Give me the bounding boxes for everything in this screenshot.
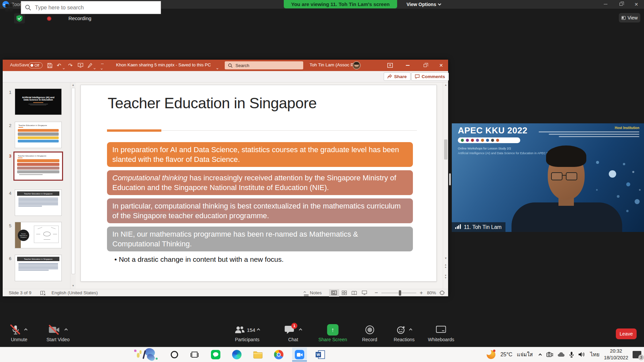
avatar[interactable]	[353, 61, 361, 69]
ink-dropdown-chevron[interactable]	[94, 64, 95, 70]
view-options-button[interactable]: View Options	[407, 0, 441, 8]
reactions-button[interactable]: Reactions	[394, 324, 415, 342]
line-app-icon[interactable]	[211, 350, 221, 360]
ppt-search-box[interactable]: Search	[225, 61, 303, 69]
zoom-level[interactable]: 80%	[427, 290, 436, 295]
scrollbar-thumb[interactable]	[444, 139, 447, 160]
share-screen-button[interactable]: ↑ Share Screen	[318, 324, 347, 342]
weather-desc[interactable]: แจ่มใส	[517, 350, 533, 359]
zoom-slider-handle[interactable]	[399, 290, 401, 296]
zoom-app-icon[interactable]	[294, 350, 305, 360]
comments-button[interactable]: Comments	[411, 72, 449, 81]
zoom-slider[interactable]	[381, 293, 416, 293]
scroll-up-icon[interactable]: ▲	[72, 83, 74, 86]
leave-button[interactable]: Leave	[616, 328, 637, 339]
previous-slide-button[interactable]: ▲▲	[444, 263, 447, 268]
next-slide-button[interactable]: ▼▼	[444, 274, 447, 279]
slide-thumbnail-3-selected[interactable]: Teacher Education in Singapore	[13, 152, 63, 181]
slideshow-button[interactable]	[359, 289, 369, 297]
undo-icon[interactable]: ↶	[56, 62, 62, 69]
mic-options-chevron[interactable]	[24, 328, 28, 331]
word-icon[interactable]: W	[315, 350, 325, 360]
butterfly-image[interactable]	[133, 348, 162, 362]
glasses-icon	[551, 172, 562, 180]
slide-sorter-button[interactable]	[339, 289, 349, 297]
slide-thumbnail-5[interactable]: Teacher Education in Singapore	[15, 222, 62, 248]
spellcheck-icon[interactable]	[40, 291, 46, 295]
slide-3[interactable]: Teacher Education in Singapore In prepar…	[80, 85, 437, 282]
chat-button[interactable]: 1 Chat	[285, 324, 302, 342]
language-indicator[interactable]: English (United States)	[52, 290, 98, 295]
video-options-chevron[interactable]	[64, 328, 68, 331]
slide-thumbnail-6[interactable]: Teacher Education in Singapore	[15, 255, 62, 281]
edge-icon[interactable]	[232, 350, 242, 360]
minimize-button[interactable]	[598, 0, 613, 8]
thumbnail-scrollbar[interactable]: ▲ ▼	[70, 82, 76, 289]
onedrive-cloud-icon[interactable]	[557, 352, 565, 357]
close-button[interactable]: ✕	[629, 0, 644, 8]
customize-toolbar-chevron[interactable]	[101, 64, 104, 71]
speaker-icon[interactable]	[578, 352, 586, 357]
panel-divider-handle[interactable]	[449, 173, 451, 185]
notes-button[interactable]: Notes	[304, 289, 322, 296]
normal-view-button[interactable]	[329, 289, 339, 297]
chrome-icon[interactable]	[274, 350, 284, 360]
tray-camera-icon[interactable]	[546, 352, 553, 357]
record-button[interactable]: Record	[362, 324, 377, 342]
clock[interactable]: 20:32 18/10/2022	[604, 348, 628, 361]
ppt-restore-button[interactable]	[419, 60, 431, 71]
unmute-button[interactable]: Unmute	[11, 324, 27, 342]
tray-mic-icon[interactable]	[569, 352, 574, 358]
scroll-down-icon[interactable]: ▼	[72, 284, 74, 287]
ribbon-display-options-icon[interactable]	[384, 60, 396, 71]
ppt-close-button[interactable]: ✕	[435, 60, 447, 71]
autosave-toggle[interactable]: Off	[29, 62, 43, 68]
ink-icon[interactable]	[87, 62, 93, 69]
slide-title: Teacher Education in Singapore	[108, 95, 317, 112]
textbox-1[interactable]: In preparation for AI and Data Science, …	[107, 142, 413, 167]
slide-thumbnail-1[interactable]: Artificial Intelligence (AI) and Data Sc…	[15, 88, 62, 115]
notification-icon[interactable]: 3	[633, 351, 641, 358]
zoom-in-button[interactable]: +	[420, 290, 423, 296]
zoom-out-button[interactable]: −	[375, 290, 378, 296]
tray-chevron-icon[interactable]	[539, 354, 542, 357]
whiteboards-button[interactable]: Whiteboards	[428, 324, 454, 342]
slide-indicator[interactable]: Slide 3 of 9	[9, 290, 32, 295]
start-video-button[interactable]: Start Video	[46, 324, 69, 342]
slide-canvas: Teacher Education in Singapore In prepar…	[76, 82, 443, 289]
zoom-fit-icon[interactable]	[439, 290, 445, 295]
language-indicator[interactable]: ไทย	[590, 350, 599, 359]
participants-chevron[interactable]	[257, 328, 260, 331]
search-input[interactable]	[35, 4, 129, 11]
windows-start-icon[interactable]	[5, 4, 13, 11]
scroll-up-icon[interactable]: ▲	[444, 83, 447, 86]
powerpoint-window: AutoSave Off ↶ ↷ Khon Kaen sharing 5 min…	[3, 60, 448, 296]
reactions-chevron[interactable]	[409, 328, 412, 331]
slide-thumbnail-2[interactable]: Teacher Education in Singapore	[15, 122, 62, 148]
taskbar-search-box[interactable]	[21, 1, 161, 14]
title-dropdown-chevron[interactable]	[217, 64, 218, 70]
file-explorer-icon[interactable]	[253, 350, 263, 360]
canvas-scrollbar[interactable]: ▲ ▼ ▲▲ ▼▼	[443, 82, 448, 289]
slide-thumbnail-4[interactable]: Teacher Education in Singapore	[15, 189, 62, 216]
scroll-down-icon[interactable]: ▼	[444, 257, 447, 260]
save-icon[interactable]	[46, 62, 53, 69]
textbox-2[interactable]: Computational thinking has increasingly …	[107, 170, 413, 195]
task-view-icon[interactable]	[190, 350, 200, 360]
textbox-3[interactable]: In particular, computational thinking is…	[107, 198, 413, 223]
scrollbar-thumb[interactable]	[71, 88, 75, 274]
weather-temp[interactable]: 25°C	[500, 352, 513, 358]
ppt-minimize-button[interactable]	[402, 60, 413, 71]
cortana-icon[interactable]	[169, 350, 179, 360]
present-icon[interactable]	[77, 62, 84, 69]
redo-icon[interactable]: ↷	[67, 62, 74, 69]
chat-chevron[interactable]	[299, 328, 302, 331]
presenter-video[interactable]: APEC KKU 2022 Online Workshops for Lesso…	[452, 123, 644, 232]
reading-view-button[interactable]	[349, 289, 359, 297]
maximize-button[interactable]	[613, 0, 629, 8]
textbox-4[interactable]: In NIE, our mathematics programme has be…	[107, 227, 413, 251]
participants-button[interactable]: 154 Participants	[235, 324, 260, 342]
view-button[interactable]: View	[619, 13, 640, 22]
share-button[interactable]: Share	[384, 72, 411, 81]
undo-dropdown-chevron[interactable]	[63, 64, 64, 70]
